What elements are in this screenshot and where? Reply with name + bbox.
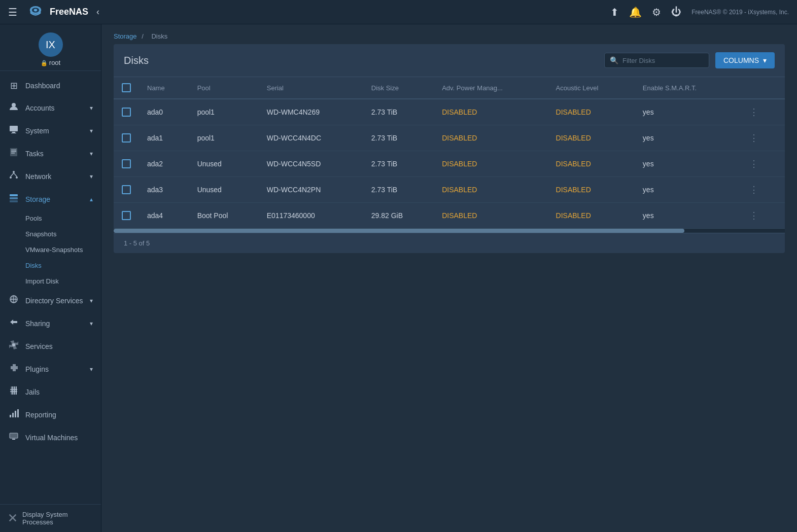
display-system-processes[interactable]: Display System Processes [0, 504, 101, 532]
sidebar-label-plugins: Plugins [25, 365, 49, 373]
row-checkbox-cell[interactable] [114, 177, 139, 203]
topbar-left: ☰ FreeNAS ‹ [8, 4, 99, 20]
network-icon [8, 170, 19, 183]
sidebar-label-accounts: Accounts [25, 104, 55, 112]
filter-input[interactable] [622, 57, 704, 64]
sidebar-item-services[interactable]: Services [0, 335, 101, 358]
table-row: ada1 pool1 WD-WCC4N4DC 2.73 TiB DISABLED… [114, 125, 785, 151]
sidebar-item-tasks[interactable]: Tasks ▾ [0, 142, 101, 165]
sidebar-item-network[interactable]: Network ▾ [0, 165, 101, 188]
sidebar-nav: ⊞ Dashboard Accounts ▾ System ▾ [0, 71, 101, 504]
sidebar-item-system[interactable]: System ▾ [0, 119, 101, 142]
tasks-arrow: ▾ [90, 150, 93, 157]
cell-serial: WD-WMC4N269 [259, 99, 363, 125]
row-checkbox[interactable] [122, 185, 131, 194]
cell-menu[interactable]: ⋮ [738, 151, 785, 177]
sidebar-item-sharing[interactable]: Sharing ▾ [0, 312, 101, 335]
sidebar-label-dashboard: Dashboard [25, 82, 60, 90]
header-checkbox[interactable] [114, 77, 139, 99]
sidebar-item-dashboard[interactable]: ⊞ Dashboard [0, 75, 101, 96]
col-disk-size: Disk Size [363, 77, 434, 99]
sidebar-item-virtual-machines[interactable]: Virtual Machines [0, 426, 101, 449]
logo: FreeNAS [25, 4, 88, 20]
row-checkbox[interactable] [122, 108, 131, 117]
sidebar-sub-disks[interactable]: Disks [0, 258, 101, 273]
table-scroll-thumb [114, 229, 684, 233]
sidebar-sub-import-disk[interactable]: Import Disk [0, 273, 101, 289]
cell-pool: pool1 [189, 99, 259, 125]
row-menu-icon[interactable]: ⋮ [746, 184, 761, 196]
sidebar-item-accounts[interactable]: Accounts ▾ [0, 96, 101, 119]
cell-menu[interactable]: ⋮ [738, 177, 785, 203]
columns-button[interactable]: COLUMNS ▾ [715, 52, 775, 68]
services-icon [8, 340, 19, 352]
row-checkbox[interactable] [122, 159, 131, 168]
sidebar-item-storage[interactable]: Storage ▴ [0, 188, 101, 210]
accounts-icon [8, 101, 19, 114]
breadcrumb-parent[interactable]: Storage [114, 32, 137, 40]
svg-point-2 [34, 9, 37, 11]
system-arrow: ▾ [90, 127, 93, 134]
row-checkbox-cell[interactable] [114, 125, 139, 151]
sidebar-item-directory-services[interactable]: Directory Services ▾ [0, 289, 101, 312]
cell-serial: WD-WCC4N5SD [259, 151, 363, 177]
sharing-icon [8, 317, 19, 330]
cell-menu[interactable]: ⋮ [738, 99, 785, 125]
display-system-icon [8, 513, 17, 524]
upload-icon[interactable]: ⬆ [610, 6, 619, 18]
col-acoustic: Acoustic Level [548, 77, 635, 99]
cell-name: ada0 [139, 99, 189, 125]
sidebar-label-tasks: Tasks [25, 150, 44, 158]
user-name: 🔒root [41, 59, 60, 66]
sidebar-sub-pools[interactable]: Pools [0, 210, 101, 226]
svg-rect-31 [12, 413, 14, 417]
svg-rect-17 [10, 197, 18, 199]
sidebar-sub-snapshots[interactable]: Snapshots [0, 226, 101, 242]
row-checkbox[interactable] [122, 133, 131, 143]
settings-icon[interactable]: ⚙ [652, 6, 661, 18]
row-menu-icon[interactable]: ⋮ [746, 132, 761, 144]
sidebar-item-jails[interactable]: Jails [0, 380, 101, 403]
row-menu-icon[interactable]: ⋮ [746, 106, 761, 118]
table-header: Name Pool Serial Disk Size Adv. Power Ma… [114, 77, 785, 99]
sidebar-label-virtual-machines: Virtual Machines [25, 434, 78, 442]
table-scroll-indicator [114, 229, 785, 233]
breadcrumb: Storage / Disks [101, 24, 797, 44]
power-icon[interactable]: ⏻ [671, 6, 681, 18]
row-checkbox-cell[interactable] [114, 203, 139, 229]
cell-adv-power: DISABLED [434, 125, 547, 151]
cell-acoustic: DISABLED [548, 99, 635, 125]
svg-point-12 [10, 176, 12, 179]
hamburger-icon[interactable]: ☰ [8, 6, 17, 18]
filter-input-wrap[interactable]: 🔍 [604, 53, 709, 68]
row-checkbox-cell[interactable] [114, 151, 139, 177]
header-row: Name Pool Serial Disk Size Adv. Power Ma… [114, 77, 785, 99]
accounts-arrow: ▾ [90, 104, 93, 112]
cell-menu[interactable]: ⋮ [738, 125, 785, 151]
svg-rect-9 [11, 151, 16, 152]
row-checkbox[interactable] [122, 211, 131, 220]
row-menu-icon[interactable]: ⋮ [746, 209, 761, 222]
main-layout: IX 🔒root ⊞ Dashboard Accounts ▾ [0, 24, 797, 532]
cell-acoustic: DISABLED [548, 203, 635, 229]
user-avatar: IX [39, 32, 63, 57]
sidebar-sub-vmware-snapshots[interactable]: VMware-Snapshots [0, 242, 101, 258]
cell-pool: Unused [189, 151, 259, 177]
row-checkbox-cell[interactable] [114, 99, 139, 125]
row-menu-icon[interactable]: ⋮ [746, 158, 761, 170]
sidebar-label-reporting: Reporting [25, 411, 56, 419]
back-icon[interactable]: ‹ [96, 7, 99, 17]
cell-disk-size: 2.73 TiB [363, 177, 434, 203]
main-content: Storage / Disks Disks 🔍 COLUMNS ▾ [101, 24, 797, 532]
cell-menu[interactable]: ⋮ [738, 203, 785, 229]
cell-pool: pool1 [189, 125, 259, 151]
sidebar-item-plugins[interactable]: Plugins ▾ [0, 358, 101, 380]
col-name: Name [139, 77, 189, 99]
cell-adv-power: DISABLED [434, 203, 547, 229]
tasks-icon [8, 147, 19, 160]
sidebar-item-reporting[interactable]: Reporting [0, 403, 101, 426]
bell-icon[interactable]: 🔔 [629, 6, 642, 18]
select-all-checkbox[interactable] [122, 83, 131, 92]
cell-disk-size: 2.73 TiB [363, 99, 434, 125]
cell-pool: Unused [189, 177, 259, 203]
